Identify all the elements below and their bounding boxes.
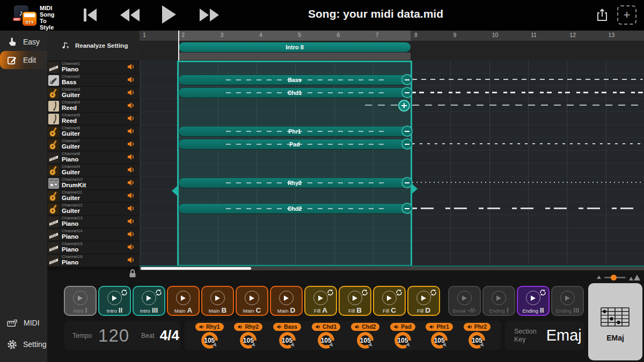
skip-to-start-button[interactable] xyxy=(84,6,97,24)
channel-row[interactable]: Channel15Piano xyxy=(47,241,140,254)
speaker-icon[interactable] xyxy=(127,256,135,265)
channel-row[interactable]: Channel13Piano xyxy=(47,215,140,228)
bar-remove-button[interactable] xyxy=(401,177,413,188)
channel-row[interactable]: Channel9Guiter xyxy=(47,164,140,176)
volume-knob[interactable]: 105 xyxy=(469,332,485,349)
speaker-icon[interactable] xyxy=(127,230,135,240)
section-button-ending-iii[interactable]: EndingIII xyxy=(551,286,584,316)
channel-row[interactable]: Channel5Reed xyxy=(47,112,140,125)
channel-row[interactable]: Channel7Guiter xyxy=(47,138,140,151)
part-mute-pill[interactable]: Rhy2 xyxy=(234,323,262,331)
speaker-icon[interactable] xyxy=(127,179,135,188)
part-mute-pill[interactable]: Phr1 xyxy=(426,323,452,331)
speaker-icon[interactable] xyxy=(127,88,135,98)
speaker-icon[interactable] xyxy=(127,76,135,85)
part-mute-pill[interactable]: Bass xyxy=(273,323,301,331)
track-part-bar[interactable]: Phr1 xyxy=(179,127,411,136)
share-icon[interactable] xyxy=(596,8,609,22)
speaker-icon[interactable] xyxy=(127,153,135,162)
section-key-panel[interactable]: Section Key Emaj xyxy=(505,321,584,350)
channel-row[interactable]: Channel10DrumKit xyxy=(47,176,140,189)
channel-row[interactable]: Channel3Guiter xyxy=(47,86,140,99)
zoom-slider[interactable] xyxy=(604,277,626,278)
sidebar-item-midi[interactable]: MIDI xyxy=(0,314,47,332)
volume-knob[interactable]: 105 xyxy=(431,332,448,349)
section-button-main-b[interactable]: MainB xyxy=(201,286,234,316)
part-mute-pill[interactable]: Chd1 xyxy=(312,323,340,331)
channel-row[interactable]: Channel11Guiter xyxy=(47,189,140,202)
track-part-bar[interactable]: Pad xyxy=(179,139,411,149)
channel-row[interactable]: Channel1Piano xyxy=(47,61,140,73)
volume-knob[interactable]: 105 xyxy=(394,332,411,349)
channel-row[interactable]: Channel8Piano xyxy=(47,151,140,164)
play-button[interactable] xyxy=(162,5,176,24)
speaker-icon[interactable] xyxy=(127,243,135,253)
sidebar-item-easy[interactable]: Easy xyxy=(0,33,47,51)
section-button-intro-iii[interactable]: IntroIII xyxy=(133,286,165,316)
speaker-icon[interactable] xyxy=(127,191,135,201)
volume-knob[interactable]: 105 xyxy=(357,332,374,349)
scrollbar-thumb[interactable] xyxy=(141,267,251,270)
rewind-button[interactable] xyxy=(120,6,140,24)
bar-remove-button[interactable] xyxy=(401,138,413,150)
tempo-beat-panel[interactable]: Tempo 120 Beat 4/4 xyxy=(64,321,180,350)
speaker-icon[interactable] xyxy=(127,140,135,150)
zoom-in-icon[interactable] xyxy=(629,275,640,280)
volume-knob[interactable]: 105 xyxy=(279,332,296,349)
part-mute-pill[interactable]: Pad xyxy=(390,323,415,331)
channel-row[interactable]: Channel6Guiter xyxy=(47,125,140,138)
part-mute-pill[interactable]: Chd2 xyxy=(351,323,379,331)
channel-row[interactable]: Channel16Piano xyxy=(47,254,140,267)
section-button-fill-a[interactable]: FillA xyxy=(304,286,337,316)
add-button[interactable]: + xyxy=(617,5,636,25)
volume-knob[interactable]: 105 xyxy=(201,332,218,349)
zoom-slider-thumb[interactable] xyxy=(611,275,617,280)
volume-knob[interactable]: 105 xyxy=(318,332,334,349)
section-button-break-[interactable]: Break-//- xyxy=(448,286,481,316)
speaker-icon[interactable] xyxy=(127,204,135,214)
part-mute-pill[interactable]: Rhy1 xyxy=(195,323,224,331)
fast-forward-button[interactable] xyxy=(200,6,219,24)
section-button-fill-b[interactable]: FillB xyxy=(339,286,371,316)
section-button-ending-ii[interactable]: EndingII xyxy=(517,286,550,316)
track-part-bar[interactable]: Bass xyxy=(179,75,411,85)
speaker-icon[interactable] xyxy=(127,217,135,227)
section-button-ending-i[interactable]: EndingI xyxy=(482,286,515,316)
volume-knob[interactable]: 105 xyxy=(240,332,257,349)
section-button-main-a[interactable]: MainA xyxy=(167,286,200,316)
sidebar-item-edit[interactable]: Edit xyxy=(0,51,47,69)
speaker-icon[interactable] xyxy=(127,101,135,111)
measure-ruler[interactable]: 12345678910111213 xyxy=(140,31,644,41)
section-range-bar[interactable]: Intro II xyxy=(179,42,411,52)
sidebar-item-setting[interactable]: Setting xyxy=(0,335,47,353)
track-part-bar[interactable]: Chd2 xyxy=(179,204,411,213)
section-button-intro-ii[interactable]: IntroII xyxy=(98,286,131,316)
channel-row[interactable]: Channel14Piano xyxy=(47,228,140,241)
bar-remove-button[interactable] xyxy=(401,87,413,98)
speaker-icon[interactable] xyxy=(127,127,135,137)
lock-icon[interactable] xyxy=(129,269,136,280)
channel-row[interactable]: Channel4Reed xyxy=(47,99,140,112)
chord-pad[interactable]: EMaj xyxy=(588,283,642,360)
speaker-icon[interactable] xyxy=(127,63,135,72)
channel-row[interactable]: Channel12Guiter xyxy=(47,202,140,215)
speaker-icon[interactable] xyxy=(127,166,135,175)
section-button-fill-c[interactable]: FillC xyxy=(373,286,406,316)
zoom-out-icon[interactable] xyxy=(597,276,601,279)
reanalyze-setting-button[interactable]: Reanalyze Setting xyxy=(47,31,140,61)
bar-remove-button[interactable] xyxy=(401,74,413,85)
section-button-main-c[interactable]: MainC xyxy=(236,286,268,316)
channel-row[interactable]: Channel2Bass xyxy=(47,73,140,86)
bar-remove-button[interactable] xyxy=(401,125,413,137)
bar-add-button[interactable] xyxy=(398,100,410,112)
section-button-intro-i[interactable]: IntroI xyxy=(64,286,97,316)
part-mute-pill[interactable]: Phr2 xyxy=(464,323,491,331)
selection-left-handle[interactable] xyxy=(172,186,177,196)
section-button-fill-d[interactable]: FillD xyxy=(407,286,440,316)
track-part-bar[interactable]: Rhy2 xyxy=(179,178,411,188)
bar-remove-button[interactable] xyxy=(401,203,413,214)
speaker-icon[interactable] xyxy=(127,114,135,124)
horizontal-scrollbar[interactable] xyxy=(140,267,644,270)
section-button-main-d[interactable]: MainD xyxy=(270,286,303,316)
track-part-bar[interactable]: Chd1 xyxy=(179,88,411,98)
